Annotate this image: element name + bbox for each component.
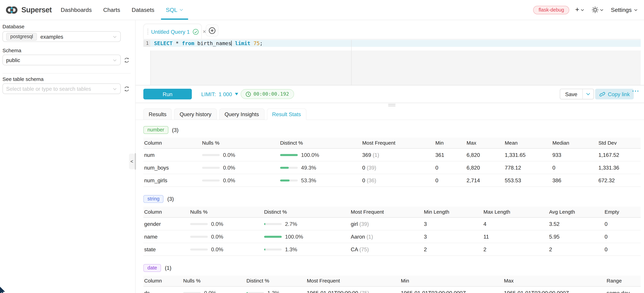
chevron-down-icon bbox=[586, 93, 590, 95]
run-query-button[interactable]: Run bbox=[143, 89, 192, 99]
schema-label: Schema bbox=[2, 48, 136, 54]
circled-plus-icon bbox=[208, 27, 216, 34]
new-query-tab-button[interactable] bbox=[206, 24, 218, 36]
table-row: gender 0.0% 2.7% girl (39) 3 4 3.52 0 bbox=[143, 218, 640, 230]
pane-resize-handle[interactable] bbox=[388, 104, 396, 106]
sun-icon bbox=[592, 6, 598, 13]
superset-sql-lab: Superset Dashboards Charts Datasets SQL … bbox=[0, 0, 644, 293]
limit-dropdown[interactable]: LIMIT: 1 000 bbox=[201, 89, 238, 99]
save-options-button[interactable] bbox=[582, 89, 593, 99]
table-row: num_girls 0.0% 53.3% 0 (36) 0 2,714 553.… bbox=[143, 174, 640, 187]
schema-select[interactable]: public bbox=[2, 54, 121, 65]
top-navbar: Superset Dashboards Charts Datasets SQL … bbox=[0, 0, 644, 20]
nulls-bar bbox=[190, 248, 208, 250]
editor-empty-area[interactable] bbox=[150, 50, 641, 86]
line-number: 1 bbox=[143, 40, 150, 47]
chevron-down-icon bbox=[180, 9, 183, 11]
table-row: num_boys 0.0% 49.3% 0 (39) 0 6,820 778.1… bbox=[143, 162, 640, 174]
chevron-down-icon bbox=[113, 59, 117, 62]
chevron-down-icon bbox=[113, 88, 117, 90]
query-elapsed-timer: 00:00:00.192 bbox=[240, 89, 294, 99]
tab-result-stats[interactable]: Result Stats bbox=[267, 108, 306, 120]
date-stats-table: Column Nulls % Distinct % Most Frequent … bbox=[143, 276, 640, 293]
settings-menu[interactable]: Settings bbox=[609, 6, 639, 13]
environment-badge: flask-debug bbox=[533, 6, 570, 14]
table-header-row: Column Nulls % Distinct % Most Frequent … bbox=[143, 138, 640, 148]
table-row: num 0.0% 100.0% 369 (1) 361 6,820 1,331.… bbox=[143, 149, 640, 162]
query-tab-title: Untitled Query 1 bbox=[151, 28, 190, 34]
string-stats-table: Column Nulls % Distinct % Most Frequent … bbox=[143, 206, 640, 256]
sql-code-line: SELECT*frombirth_nameslimit75; bbox=[154, 40, 263, 47]
nav-item-sql[interactable]: SQL bbox=[160, 0, 189, 20]
sql-code-editor[interactable]: 1 SELECT*frombirth_nameslimit75; bbox=[143, 39, 640, 86]
distinct-bar bbox=[264, 236, 282, 238]
new-item-button[interactable]: + bbox=[573, 6, 586, 13]
number-type-badge: number bbox=[143, 126, 168, 134]
nav-item-charts[interactable]: Charts bbox=[98, 0, 126, 20]
link-icon bbox=[599, 91, 605, 97]
mouse-cursor bbox=[0, 287, 7, 293]
string-section-header: string (3) bbox=[143, 195, 640, 203]
number-section-header: number (3) bbox=[143, 126, 640, 134]
main-nav: Dashboards Charts Datasets SQL bbox=[55, 0, 189, 20]
toolbar-bottom-divider bbox=[136, 103, 644, 103]
schema-value: public bbox=[6, 57, 20, 63]
south-pane-tabs: Results Query history Query Insights Res… bbox=[143, 108, 306, 120]
plus-icon: + bbox=[575, 6, 579, 13]
chevron-down-icon bbox=[113, 36, 117, 38]
tab-results[interactable]: Results bbox=[143, 108, 172, 120]
editor-toolbar-divider bbox=[136, 85, 644, 85]
database-value: examples bbox=[40, 34, 63, 40]
chevron-down-icon bbox=[634, 9, 638, 11]
date-type-badge: date bbox=[143, 264, 161, 272]
nav-item-datasets[interactable]: Datasets bbox=[126, 0, 160, 20]
table-row: name 0.0% 100.0% Aaron (1) 3 11 5.95 0 bbox=[143, 230, 640, 243]
caret-down-icon bbox=[235, 93, 238, 95]
distinct-bar bbox=[264, 223, 282, 225]
query-success-check-icon bbox=[192, 28, 199, 34]
nav-item-dashboards[interactable]: Dashboards bbox=[55, 0, 98, 20]
distinct-bar bbox=[280, 179, 298, 181]
chevron-left-icon: < bbox=[130, 158, 133, 164]
nulls-bar bbox=[190, 223, 208, 225]
distinct-bar bbox=[264, 248, 282, 250]
distinct-bar bbox=[246, 292, 264, 293]
table-row: state 0.0% 1.3% CA (75) 2 2 2 0 bbox=[143, 243, 640, 256]
query-editor-tab[interactable]: Untitled Query 1 ✕ bbox=[143, 24, 202, 39]
database-type-tag: postgresql bbox=[6, 33, 37, 40]
refresh-tables-icon[interactable] bbox=[124, 86, 130, 92]
save-split-button: Save bbox=[560, 89, 594, 99]
save-button[interactable]: Save bbox=[560, 89, 582, 99]
text-caret bbox=[232, 41, 232, 46]
table-select[interactable]: Select table or type to search tables bbox=[2, 84, 121, 94]
date-section-header: date (1) bbox=[143, 264, 640, 272]
tab-drag-handle-icon[interactable] bbox=[148, 29, 148, 34]
nulls-bar bbox=[202, 154, 220, 156]
tab-query-history[interactable]: Query history bbox=[174, 108, 217, 120]
more-actions-button[interactable]: ··· bbox=[632, 88, 640, 94]
result-stats-pane: number (3) Column Nulls % Distinct % Mos… bbox=[143, 120, 640, 293]
nulls-bar bbox=[202, 179, 220, 181]
table-header-row: Column Nulls % Distinct % Most Frequent … bbox=[143, 206, 640, 218]
database-label: Database bbox=[2, 20, 136, 30]
table-row: ds 0.0% 1.3% 1965-01-01T00:00:00 (75) 19… bbox=[143, 287, 640, 293]
refresh-schemas-icon[interactable] bbox=[124, 57, 130, 63]
number-stats-table: Column Nulls % Distinct % Most Frequent … bbox=[143, 138, 640, 187]
splitter-grip[interactable] bbox=[135, 153, 136, 170]
distinct-bar bbox=[280, 154, 298, 156]
chevron-down-icon bbox=[581, 9, 584, 11]
table-schema-label: See table schema bbox=[2, 76, 136, 82]
collapse-sidebar-button[interactable]: < bbox=[129, 154, 135, 169]
copy-link-button[interactable]: Copy link bbox=[595, 89, 634, 99]
sqllab-left-sidebar: Database postgresql examples Schema publ… bbox=[0, 20, 136, 293]
print-margin-line bbox=[351, 40, 352, 86]
table-select-placeholder: Select table or type to search tables bbox=[6, 86, 91, 92]
table-header-row: Column Nulls % Distinct % Most Frequent … bbox=[143, 276, 640, 286]
database-select[interactable]: postgresql examples bbox=[2, 31, 121, 42]
tab-query-insights[interactable]: Query Insights bbox=[219, 108, 264, 120]
chevron-down-icon bbox=[600, 9, 604, 11]
string-type-badge: string bbox=[143, 195, 164, 203]
theme-toggle-button[interactable] bbox=[590, 6, 606, 13]
distinct-bar bbox=[280, 166, 298, 168]
superset-logo[interactable]: Superset bbox=[0, 0, 52, 20]
